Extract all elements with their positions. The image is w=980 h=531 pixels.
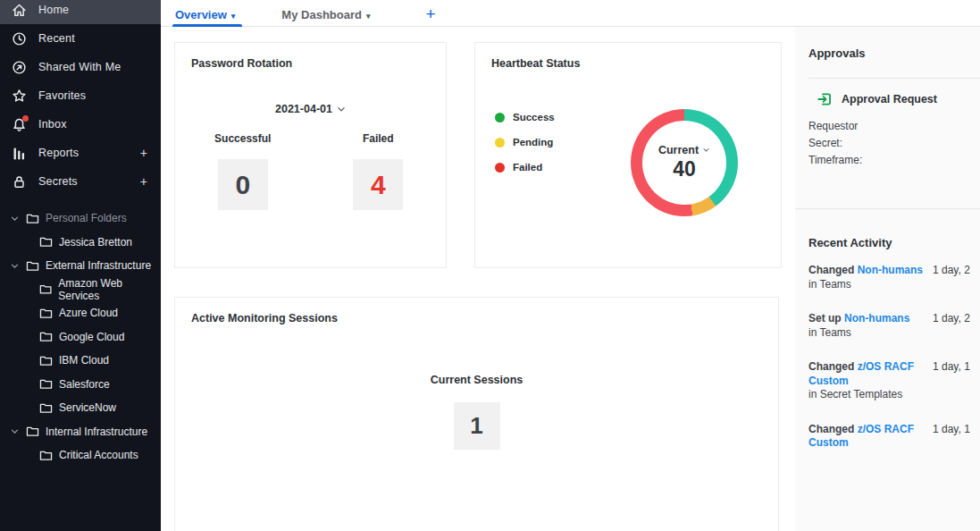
current-sessions-value: 1: [454, 402, 500, 450]
share-arrow-icon: [12, 60, 27, 75]
sidebar-item-label: Recent: [38, 32, 149, 45]
sidebar-item-label: Home: [38, 4, 149, 16]
folder-servicenow[interactable]: ServiceNow: [0, 396, 161, 420]
sidebar-item-label: Favorites: [38, 89, 149, 102]
activity-item: Set up Non-humans in Teams 1 day, 2: [808, 312, 980, 340]
sidebar-item-label: Inbox: [38, 118, 149, 131]
tab-my-dashboard[interactable]: My Dashboard ▾: [281, 0, 370, 27]
requestor-field-label: Requestor: [808, 118, 980, 135]
folder-salesforce[interactable]: Salesforce: [0, 373, 161, 397]
approval-request-fields: Requestor Secret: Timeframe:: [795, 107, 980, 169]
chevron-down-icon[interactable]: [9, 215, 20, 222]
sidebar-item-reports[interactable]: Reports +: [0, 139, 161, 167]
sidebar: Home Recent Shared With Me Favorites: [0, 0, 161, 531]
card-title: Heartbeat Status: [475, 43, 781, 70]
activity-link[interactable]: Non-humans: [844, 312, 909, 324]
failed-value: 4: [353, 159, 403, 210]
pending-dot-icon: [495, 138, 505, 148]
sidebar-nav: Home Recent Shared With Me Favorites: [0, 0, 161, 196]
legend-item-success: Success: [495, 112, 555, 122]
folder-jessica-bretton[interactable]: Jessica Bretton: [0, 231, 161, 255]
sidebar-item-secrets[interactable]: Secrets +: [0, 167, 161, 196]
right-panel: Approvals Approval Request Requestor Sec…: [795, 27, 980, 531]
activity-item: Changed Non-humans in Teams 1 day, 2: [808, 264, 980, 291]
chevron-down-icon: ▾: [231, 12, 236, 21]
legend-item-failed: Failed: [495, 162, 555, 173]
chevron-down-icon: [702, 148, 710, 153]
star-icon: [12, 88, 27, 104]
sidebar-item-label: Reports: [38, 147, 129, 159]
current-sessions-label: Current Sessions: [175, 374, 778, 386]
secret-field-label: Secret:: [808, 135, 980, 152]
approvals-title: Approvals: [795, 27, 980, 60]
folder-azure-cloud[interactable]: Azure Cloud: [0, 301, 161, 325]
date-selector[interactable]: 2021-04-01: [175, 103, 446, 115]
failed-dot-icon: [495, 163, 505, 173]
home-icon: [12, 3, 27, 18]
heartbeat-donut-chart: Current 40: [631, 109, 738, 216]
heartbeat-legend: Success Pending Failed: [495, 112, 555, 187]
sidebar-item-home[interactable]: Home: [0, 0, 161, 24]
active-monitoring-card: Active Monitoring Sessions Current Sessi…: [174, 297, 779, 531]
activity-time: 1 day, 2: [933, 312, 980, 326]
recent-activity-list: Changed Non-humans in Teams 1 day, 2 Set…: [795, 249, 980, 451]
success-dot-icon: [495, 113, 505, 122]
sidebar-item-recent[interactable]: Recent: [0, 24, 161, 53]
folder-external-infrastructure[interactable]: External Infrastructure: [0, 254, 161, 278]
sidebar-item-inbox[interactable]: Inbox: [0, 110, 161, 139]
chevron-down-icon: [337, 106, 346, 113]
failed-label: Failed: [311, 132, 447, 145]
activity-time: 1 day, 1: [933, 360, 980, 375]
activity-time: 1 day, 2: [933, 264, 980, 278]
heartbeat-status-card: Heartbeat Status Success Pending Failed: [474, 42, 782, 268]
folder-tree: Personal Folders Jessica Bretton Externa…: [0, 206, 161, 468]
sidebar-item-label: Secrets: [38, 175, 129, 188]
recent-activity-title: Recent Activity: [795, 209, 980, 249]
dashboard-tabbar: Overview ▾ My Dashboard ▾ +: [161, 0, 980, 27]
failed-stat: Failed 4: [311, 132, 447, 210]
lock-icon: [12, 174, 27, 190]
notification-badge: [22, 115, 29, 122]
activity-item: Changed z/OS RACF Custom in Secret Templ…: [808, 360, 980, 402]
donut-total-value: 40: [673, 157, 696, 181]
folder-amazon-web-services[interactable]: Amazon Web Services: [0, 278, 161, 302]
folder-google-cloud[interactable]: Google Cloud: [0, 325, 161, 350]
folder-critical-accounts[interactable]: Critical Accounts: [0, 443, 161, 468]
activity-link[interactable]: Non-humans: [858, 264, 923, 276]
password-rotation-card: Password Rotation 2021-04-01 Successful …: [174, 42, 447, 268]
chevron-down-icon[interactable]: [9, 263, 20, 269]
add-secret-button[interactable]: +: [140, 174, 149, 189]
folder-ibm-cloud[interactable]: IBM Cloud: [0, 349, 161, 373]
successful-label: Successful: [175, 132, 311, 145]
legend-item-pending: Pending: [495, 137, 555, 148]
activity-item: Changed z/OS RACF Custom 1 day, 1: [808, 423, 980, 451]
bar-chart-icon: [12, 146, 27, 161]
add-report-button[interactable]: +: [140, 146, 149, 160]
sidebar-item-shared-with-me[interactable]: Shared With Me: [0, 53, 161, 81]
successful-value: 0: [218, 159, 268, 210]
successful-stat: Successful 0: [175, 132, 311, 210]
chevron-down-icon[interactable]: [9, 428, 20, 434]
donut-current-selector[interactable]: Current: [658, 144, 710, 156]
timeframe-field-label: Timeframe:: [808, 152, 980, 169]
approval-request-item[interactable]: Approval Request: [795, 79, 980, 107]
sidebar-item-favorites[interactable]: Favorites: [0, 81, 161, 110]
active-tab-underline: [172, 24, 242, 27]
card-title: Password Rotation: [175, 43, 446, 70]
clock-icon: [12, 31, 27, 46]
chevron-down-icon: ▾: [366, 12, 371, 21]
sidebar-item-label: Shared With Me: [38, 61, 149, 73]
folder-internal-infrastructure[interactable]: Internal Infrastructure: [0, 420, 161, 444]
activity-time: 1 day, 1: [933, 423, 980, 437]
tab-overview[interactable]: Overview ▾: [175, 0, 235, 27]
card-title: Active Monitoring Sessions: [175, 298, 778, 324]
add-dashboard-tab-button[interactable]: +: [425, 3, 435, 24]
approval-request-icon: [817, 91, 833, 107]
folder-personal-folders[interactable]: Personal Folders: [0, 206, 161, 231]
bell-icon: [12, 117, 27, 132]
